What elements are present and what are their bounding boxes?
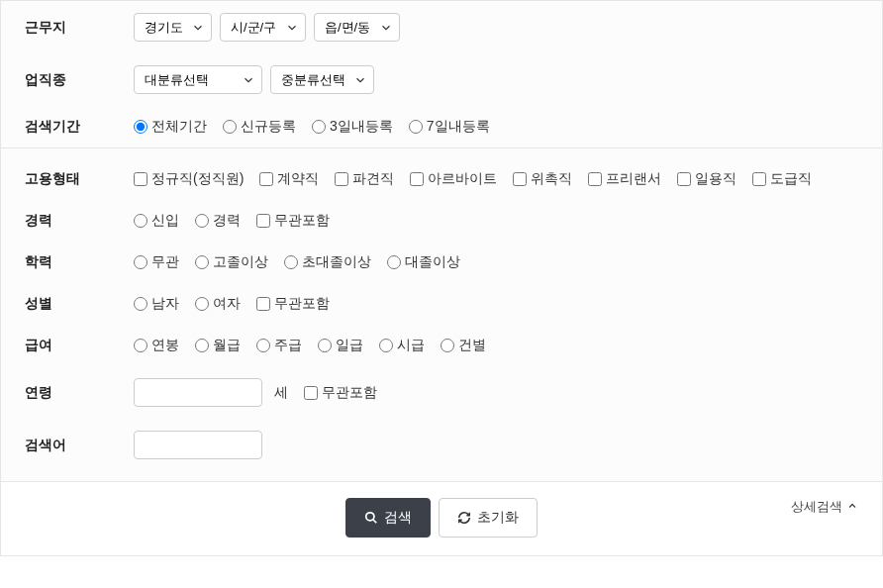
employment-option-4[interactable]: 위촉직 bbox=[513, 170, 572, 188]
reset-button[interactable]: 초기화 bbox=[439, 498, 538, 538]
salary-label: 급여 bbox=[25, 337, 134, 354]
gender-row: 성별 남자 여자 무관포함 bbox=[1, 283, 882, 325]
period-row: 검색기간 전체기간 신규등록 3일내등록 7일내등록 bbox=[1, 106, 882, 147]
career-any[interactable]: 무관포함 bbox=[256, 212, 330, 230]
career-row: 경력 신입 경력 무관포함 bbox=[1, 200, 882, 242]
period-option-3days[interactable]: 3일내등록 bbox=[312, 118, 393, 136]
employment-option-0[interactable]: 정규직(정직원) bbox=[134, 170, 244, 188]
salary-option-2[interactable]: 주급 bbox=[256, 337, 302, 354]
mid-category-select[interactable]: 중분류선택 bbox=[270, 65, 374, 94]
svg-point-0 bbox=[366, 513, 374, 521]
employment-option-1[interactable]: 계약직 bbox=[259, 170, 319, 188]
education-option-2[interactable]: 초대졸이상 bbox=[284, 253, 371, 271]
age-input[interactable] bbox=[134, 378, 262, 407]
period-option-all[interactable]: 전체기간 bbox=[134, 118, 207, 136]
employment-option-5[interactable]: 프리랜서 bbox=[588, 170, 661, 188]
salary-option-5[interactable]: 건별 bbox=[441, 337, 486, 354]
employment-option-7[interactable]: 도급직 bbox=[752, 170, 812, 188]
province-select[interactable]: 경기도 bbox=[134, 13, 212, 42]
education-option-3[interactable]: 대졸이상 bbox=[387, 253, 460, 271]
gender-option-1[interactable]: 여자 bbox=[195, 295, 241, 313]
detail-search-toggle[interactable]: 상세검색 bbox=[781, 492, 870, 522]
age-any[interactable]: 무관포함 bbox=[304, 384, 377, 402]
keyword-input[interactable] bbox=[134, 431, 262, 459]
salary-option-1[interactable]: 월급 bbox=[195, 337, 241, 354]
keyword-row: 검색어 bbox=[1, 419, 882, 471]
svg-line-1 bbox=[373, 520, 377, 524]
education-row: 학력 무관 고졸이상 초대졸이상 대졸이상 bbox=[1, 242, 882, 283]
period-option-7days[interactable]: 7일내등록 bbox=[409, 118, 490, 136]
education-option-0[interactable]: 무관 bbox=[134, 253, 179, 271]
employment-option-2[interactable]: 파견직 bbox=[335, 170, 394, 188]
age-row: 연령 세 무관포함 bbox=[1, 366, 882, 419]
employment-type-row: 고용형태 정규직(정직원) 계약직 파견직 아르바이트 위촉직 프리랜서 일용직… bbox=[1, 158, 882, 200]
period-label: 검색기간 bbox=[25, 118, 134, 136]
age-unit: 세 bbox=[274, 384, 288, 402]
gender-option-0[interactable]: 남자 bbox=[134, 295, 179, 313]
gender-any[interactable]: 무관포함 bbox=[256, 295, 330, 313]
job-category-row: 업직종 대분류선택 중분류선택 bbox=[1, 53, 882, 106]
salary-option-3[interactable]: 일급 bbox=[318, 337, 363, 354]
salary-option-4[interactable]: 시급 bbox=[379, 337, 425, 354]
refresh-icon bbox=[457, 511, 471, 525]
job-category-label: 업직종 bbox=[25, 71, 134, 89]
salary-option-0[interactable]: 연봉 bbox=[134, 337, 179, 354]
keyword-label: 검색어 bbox=[25, 437, 134, 454]
period-option-new[interactable]: 신규등록 bbox=[223, 118, 296, 136]
location-label: 근무지 bbox=[25, 19, 134, 37]
salary-row: 급여 연봉 월급 주급 일급 시급 건별 bbox=[1, 325, 882, 366]
education-option-1[interactable]: 고졸이상 bbox=[195, 253, 268, 271]
major-category-select[interactable]: 대분류선택 bbox=[134, 65, 262, 94]
search-icon bbox=[364, 511, 378, 525]
employment-option-6[interactable]: 일용직 bbox=[677, 170, 736, 188]
career-label: 경력 bbox=[25, 212, 134, 230]
career-option-1[interactable]: 경력 bbox=[195, 212, 241, 230]
age-label: 연령 bbox=[25, 384, 134, 402]
location-row: 근무지 경기도 시/군/구 읍/면/동 bbox=[1, 1, 882, 53]
education-label: 학력 bbox=[25, 253, 134, 271]
district-select[interactable]: 읍/면/동 bbox=[314, 13, 400, 42]
employment-option-3[interactable]: 아르바이트 bbox=[410, 170, 497, 188]
city-select[interactable]: 시/군/구 bbox=[220, 13, 306, 42]
gender-label: 성별 bbox=[25, 295, 134, 313]
chevron-up-icon bbox=[846, 500, 860, 514]
search-button[interactable]: 검색 bbox=[345, 498, 431, 538]
career-option-0[interactable]: 신입 bbox=[134, 212, 179, 230]
employment-type-label: 고용형태 bbox=[25, 170, 134, 188]
